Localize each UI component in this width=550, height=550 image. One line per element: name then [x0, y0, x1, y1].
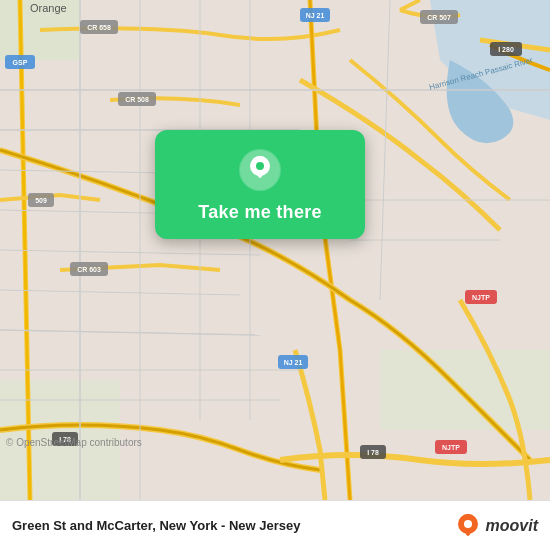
svg-text:GSP: GSP [13, 59, 28, 66]
svg-text:CR 508: CR 508 [125, 96, 149, 103]
svg-text:NJTP: NJTP [442, 444, 460, 451]
svg-point-53 [464, 520, 472, 528]
moovit-brand-icon [454, 512, 482, 540]
svg-text:509: 509 [35, 197, 47, 204]
svg-text:CR 603: CR 603 [77, 266, 101, 273]
svg-text:CR 658: CR 658 [87, 24, 111, 31]
svg-text:Orange: Orange [30, 2, 67, 14]
svg-text:I 280: I 280 [498, 46, 514, 53]
svg-text:NJTP: NJTP [472, 294, 490, 301]
map-container: GSP CR 658 NJ 21 NJ 21 CR 507 I 280 CR 5… [0, 0, 550, 500]
moovit-brand-text: moovit [486, 517, 538, 535]
location-info: Green St and McCarter, New York - New Je… [12, 518, 454, 533]
osm-credit: © OpenStreetMap contributors [6, 437, 142, 448]
bottom-bar: Green St and McCarter, New York - New Je… [0, 500, 550, 550]
svg-rect-2 [380, 350, 550, 430]
svg-text:NJ 21: NJ 21 [306, 12, 325, 19]
svg-text:CR 507: CR 507 [427, 14, 451, 21]
svg-text:NJ 21: NJ 21 [284, 359, 303, 366]
map-svg: GSP CR 658 NJ 21 NJ 21 CR 507 I 280 CR 5… [0, 0, 550, 500]
moovit-logo[interactable]: moovit [454, 512, 538, 540]
location-card[interactable]: Take me there [155, 130, 365, 239]
location-name: Green St and McCarter, New York - New Je… [12, 518, 454, 533]
take-me-there-button[interactable]: Take me there [198, 202, 322, 223]
svg-text:I 78: I 78 [367, 449, 379, 456]
svg-point-51 [256, 162, 264, 170]
location-pin-icon [238, 148, 282, 192]
